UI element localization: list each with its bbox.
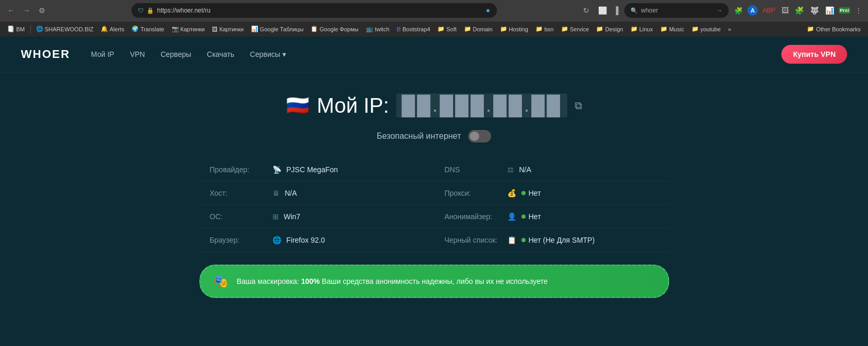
safe-internet-switch[interactable]	[468, 130, 491, 142]
sidebar-icon[interactable]: ▐	[612, 5, 620, 16]
ext4-icon[interactable]: 📊	[824, 5, 836, 16]
search-arrow[interactable]: →	[717, 7, 722, 14]
back-button[interactable]: ←	[4, 4, 18, 17]
browser-toolbar: ← → ⚙ 🛡 🔒 https://whoer.net/ru ★ ↻ ⬜ ▐ 🔍…	[0, 0, 868, 21]
bookmark-gsheets-label: Google Таблицы	[260, 26, 303, 32]
bookmark-more[interactable]: »	[725, 25, 734, 33]
bookmark-translate[interactable]: 🌍 Translate	[128, 25, 167, 33]
host-label: Хост:	[210, 189, 272, 197]
bookmark-other-label: Other Bookmarks	[816, 26, 861, 32]
bookmark-other-icon: 📁	[807, 26, 814, 32]
bookmark-hosting[interactable]: 📁 Hosting	[497, 25, 531, 33]
search-text: whoer	[641, 7, 658, 14]
bookmark-gsheets[interactable]: 📊 Google Таблицы	[248, 25, 306, 33]
masking-bar: 🎭 Ваша маскировка: 100% Ваши средства ан…	[199, 265, 669, 298]
os-icon: ⊞	[272, 212, 279, 221]
blacklist-row: Черный список: 📋 Нет (Не Для SMTP)	[434, 229, 669, 252]
nav-vpn[interactable]: VPN	[130, 50, 145, 58]
bookmark-kartinki1-label: Картинки	[181, 26, 205, 32]
bookmark-gforms[interactable]: 📋 Google Формы	[307, 25, 362, 33]
nav-download[interactable]: Скачать	[207, 50, 234, 58]
bookmark-gforms-label: Google Формы	[319, 26, 359, 32]
bookmarks-bar: 📑 BM 🌐 SHAREWOOD.BIZ 🔔 Alerts 🌍 Translat…	[0, 21, 868, 37]
bookmark-gforms-icon: 📋	[311, 26, 318, 32]
anonymizer-icon: 👤	[507, 212, 516, 221]
profile-icon[interactable]: A	[747, 5, 758, 16]
masking-text-prefix: Ваша маскировка:	[237, 277, 301, 285]
blacklist-status-dot	[521, 238, 526, 242]
bookmark-kartinki2[interactable]: 🖼 Картинки	[209, 25, 247, 33]
bookmark-bsn-icon: 📁	[536, 26, 543, 32]
ext5-icon[interactable]: Pro!	[839, 7, 850, 14]
search-bar[interactable]: 🔍 whoer →	[624, 3, 729, 18]
masking-text: Ваша маскировка: 100% Ваши средства анон…	[237, 277, 548, 285]
bookmark-linux-label: Linux	[639, 26, 653, 32]
provider-icon: 📡	[272, 165, 281, 174]
nav-servers[interactable]: Серверы	[161, 50, 192, 58]
bookmark-service-label: Service	[570, 26, 589, 32]
bookmark-bootstrap[interactable]: B Bootstrap4	[394, 25, 433, 33]
ext2-icon[interactable]: 🧩	[793, 5, 805, 16]
bookmark-design-label: Design	[605, 26, 623, 32]
bookmark-music-icon: 📁	[660, 26, 668, 32]
buy-vpn-button[interactable]: Купить VPN	[781, 45, 847, 64]
chevron-down-icon: ▾	[282, 50, 286, 58]
star-icon[interactable]: ★	[485, 7, 491, 14]
bookmark-twitch[interactable]: 📺 twitch	[363, 25, 393, 33]
proxy-row: Прокси: 💰 Нет	[434, 182, 669, 205]
bookmark-twitch-icon: 📺	[366, 26, 373, 32]
settings-button[interactable]: ⚙	[35, 4, 49, 17]
dns-label: DNS	[445, 165, 507, 174]
bookmark-youtube-label: youtube	[700, 26, 721, 32]
bookmark-youtube[interactable]: 📁 youtube	[688, 25, 724, 33]
ip-value: ██.███.██.██	[396, 93, 567, 117]
extensions-icon[interactable]: 🧩	[733, 6, 744, 16]
bookmark-music[interactable]: 📁 Music	[657, 25, 687, 33]
bookmark-design[interactable]: 📁 Design	[593, 25, 626, 33]
ext3-icon[interactable]: 🐺	[808, 5, 821, 16]
bookmark-kartinki1-icon: 📷	[172, 26, 179, 32]
masking-percent: 100%	[301, 277, 320, 285]
country-flag: 🇷🇺	[286, 94, 310, 116]
ext1-icon[interactable]: 🖼	[780, 5, 790, 16]
bookmark-domain[interactable]: 📁 Domain	[461, 25, 496, 33]
more-icon[interactable]: ⋮	[853, 5, 864, 16]
site-logo[interactable]: WHOER	[21, 47, 70, 61]
bookmark-linux[interactable]: 📁 Linux	[627, 25, 656, 33]
nav-services[interactable]: Сервисы ▾	[250, 50, 286, 58]
dns-row: DNS ⚖ N/A	[434, 158, 669, 182]
os-value: Win7	[284, 212, 301, 221]
os-label: ОС:	[210, 212, 272, 221]
blacklist-label: Черный список:	[445, 236, 507, 244]
adblock-icon[interactable]: ABP	[761, 6, 777, 15]
tab-icon[interactable]: ⬜	[597, 5, 609, 16]
bookmark-bsn[interactable]: 📁 bsn	[532, 25, 557, 33]
site-wrapper: WHOER Мой IP VPN Серверы Скачать Сервисы…	[0, 37, 868, 344]
bookmark-alerts[interactable]: 🔔 Alerts	[98, 25, 127, 33]
bookmark-design-icon: 📁	[596, 26, 603, 32]
forward-button[interactable]: →	[20, 4, 33, 17]
proxy-status-dot	[521, 191, 526, 195]
nav-my-ip[interactable]: Мой IP	[91, 50, 114, 58]
browser-row: Браузер: 🌐 Firefox 92.0	[199, 229, 434, 252]
bookmark-domain-label: Domain	[473, 26, 493, 32]
url-bar[interactable]: 🛡 🔒 https://whoer.net/ru ★	[132, 3, 497, 18]
browser-icon: 🌐	[272, 236, 281, 244]
info-grid: Провайдер: 📡 PJSC MegaFon DNS ⚖ N/A Хост…	[199, 158, 669, 252]
bookmark-soft[interactable]: 📁 Soft	[434, 25, 460, 33]
anonymizer-value: Нет	[529, 212, 541, 221]
nav-buttons: ← → ⚙	[4, 4, 49, 17]
bookmark-youtube-icon: 📁	[692, 26, 699, 32]
url-text: https://whoer.net/ru	[157, 7, 482, 14]
reload-button[interactable]: ↻	[580, 4, 592, 17]
bookmark-other[interactable]: 📁 Other Bookmarks	[804, 25, 864, 33]
bookmark-linux-icon: 📁	[631, 26, 638, 32]
blacklist-value: Нет (Не Для SMTP)	[529, 236, 595, 244]
bookmark-bm[interactable]: 📑 BM	[4, 25, 28, 33]
bookmark-service[interactable]: 📁 Service	[558, 25, 592, 33]
copy-icon[interactable]: ⧉	[575, 100, 582, 112]
bookmark-kartinki1[interactable]: 📷 Картинки	[169, 25, 208, 33]
bookmark-sharewood[interactable]: 🌐 SHAREWOOD.BIZ	[33, 25, 97, 33]
search-icon: 🔍	[631, 7, 638, 14]
lock-icon: 🔒	[147, 7, 154, 14]
